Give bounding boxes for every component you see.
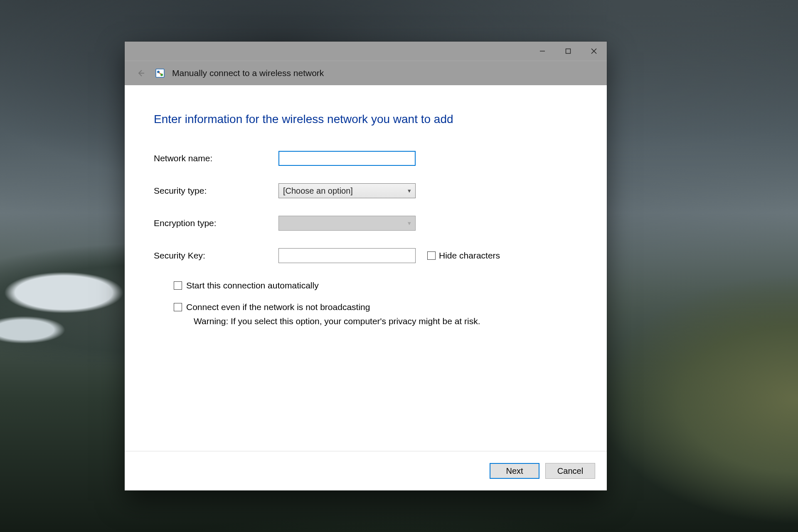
connect-hidden-checkbox[interactable] (174, 303, 182, 311)
page-heading: Enter information for the wireless netwo… (154, 113, 578, 126)
next-button-label: Next (506, 466, 523, 476)
chevron-down-icon: ▾ (408, 219, 411, 227)
hide-characters-option[interactable]: Hide characters (427, 251, 500, 261)
auto-start-option[interactable]: Start this connection automatically (174, 281, 578, 291)
security-key-input[interactable] (278, 248, 416, 263)
hide-characters-label: Hide characters (439, 251, 500, 261)
titlebar (125, 42, 607, 61)
wireless-network-dialog: Manually connect to a wireless network E… (125, 42, 607, 490)
chevron-down-icon: ▾ (408, 187, 411, 195)
encryption-type-label: Encryption type: (154, 218, 278, 228)
connect-hidden-label: Connect even if the network is not broad… (186, 302, 370, 312)
back-button[interactable] (134, 66, 148, 80)
close-button[interactable] (581, 42, 607, 61)
encryption-type-select: ▾ (278, 216, 416, 231)
privacy-warning: Warning: If you select this option, your… (194, 316, 578, 326)
network-icon (155, 69, 165, 78)
network-name-input[interactable] (278, 151, 416, 166)
svg-rect-1 (566, 49, 571, 54)
connect-hidden-option[interactable]: Connect even if the network is not broad… (174, 302, 578, 312)
auto-start-label: Start this connection automatically (186, 281, 319, 291)
maximize-button[interactable] (555, 42, 581, 61)
security-type-select[interactable]: [Choose an option] ▾ (278, 183, 416, 198)
next-button[interactable]: Next (490, 463, 539, 479)
dialog-footer: Next Cancel (125, 451, 607, 490)
minimize-button[interactable] (530, 42, 555, 61)
cancel-button[interactable]: Cancel (545, 463, 595, 479)
dialog-body: Enter information for the wireless netwo… (125, 85, 607, 451)
wizard-header: Manually connect to a wireless network (125, 61, 607, 85)
security-type-value: [Choose an option] (283, 186, 353, 196)
window-title: Manually connect to a wireless network (172, 68, 324, 78)
network-name-label: Network name: (154, 153, 278, 163)
security-type-label: Security type: (154, 186, 278, 196)
cancel-button-label: Cancel (557, 466, 583, 476)
auto-start-checkbox[interactable] (174, 281, 182, 290)
hide-characters-checkbox[interactable] (427, 251, 436, 260)
security-key-label: Security Key: (154, 251, 278, 261)
